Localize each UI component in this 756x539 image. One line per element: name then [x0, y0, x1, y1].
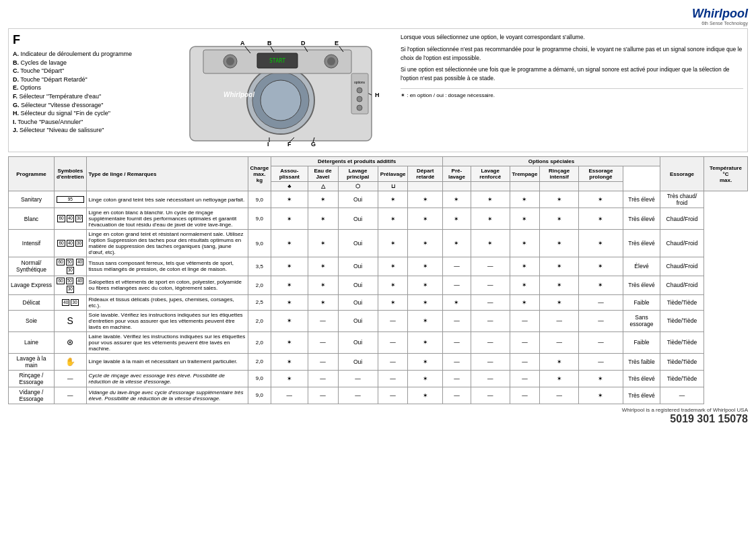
col-depart-retarde: Départ retardé [408, 166, 443, 182]
note-1: Lorsque vous sélectionnez une option, le… [401, 33, 743, 42]
cell-pre-lavage: — [443, 257, 471, 276]
cell-essorage: Très élevé [623, 230, 660, 257]
cell-rincage: ✶ [540, 208, 579, 230]
cell-lavage-renforce: — [471, 370, 510, 387]
cell-pre-lavage: ✶ [443, 230, 471, 257]
cell-depart: ✶ [408, 208, 443, 230]
cell-prelavage: ✶ [378, 276, 408, 294]
cell-programme: Vidange / Essorage [9, 387, 55, 404]
cell-lavage-renforce: — [471, 294, 510, 310]
cell-trempage: ✶ [510, 276, 540, 294]
svg-text:B: B [267, 40, 272, 46]
cell-lavage: Oui [338, 310, 378, 331]
cell-programme: Intensif [9, 230, 55, 257]
cell-lavage: Oui [338, 191, 378, 208]
cell-lavage-renforce: — [471, 276, 510, 294]
cell-trempage: ✶ [510, 208, 540, 230]
col-ri-icon [540, 182, 579, 191]
cell-essorage-p: ✶ [578, 230, 623, 257]
cell-lavage: Oui [338, 208, 378, 230]
table-row: Sanitary 95 Linge coton grand teint très… [9, 191, 748, 208]
cell-javel: — [308, 387, 338, 404]
table-row: Laine ⊛ Laine lavable. Vérifiez les inst… [9, 331, 748, 353]
cell-depart: ✶ [408, 387, 443, 404]
cell-javel: ✶ [308, 294, 338, 310]
cell-depart: ✶ [408, 310, 443, 331]
cell-temperature: — [660, 387, 704, 404]
cell-prelavage: ✶ [378, 257, 408, 276]
label-j: J. Sélecteur "Niveau de salissure" [13, 126, 161, 135]
cell-javel: — [308, 310, 338, 331]
col-symboles: Symboles d'entretien [55, 157, 87, 191]
col-charge: Chargemax.kg [248, 157, 271, 191]
table-row: Délicat 4030 Rideaux et tissus délicats … [9, 294, 748, 310]
col-assouplissant: Assou-plissant [271, 166, 308, 182]
cell-programme: Sanitary [9, 191, 55, 208]
cell-trempage: ✶ [510, 294, 540, 310]
table-body: Sanitary 95 Linge coton grand teint très… [9, 191, 748, 404]
svg-text:E: E [335, 40, 339, 46]
right-notes: Lorsque vous sélectionnez une option, le… [401, 33, 743, 148]
cell-temperature: Tiède/Tiède [660, 294, 704, 310]
cell-essorage: Sans essorage [623, 310, 660, 331]
cell-prelavage: — [378, 331, 408, 353]
cell-charge: 9,0 [248, 387, 271, 404]
cell-symbol: 95 [55, 191, 87, 208]
cell-programme: Lavage à la main [9, 353, 55, 370]
cell-charge: 3,5 [248, 257, 271, 276]
cell-assouplissant: ✶ [271, 257, 308, 276]
cell-assouplissant: ✶ [271, 230, 308, 257]
cell-type: Linge en coton grand teint et résistant … [86, 230, 248, 257]
cell-essorage: Très élevé [623, 191, 660, 208]
cell-prelavage: — [378, 387, 408, 404]
col-tr-icon [510, 182, 540, 191]
cell-type: Rideaux et tissus délicats (robes, jupes… [86, 294, 248, 310]
cell-assouplissant: ✶ [271, 370, 308, 387]
cell-essorage-p: ✶ [578, 370, 623, 387]
cell-javel: — [308, 331, 338, 353]
cell-javel: ✶ [308, 208, 338, 230]
cell-trempage: — [510, 310, 540, 331]
cell-pre-lavage: — [443, 387, 471, 404]
cell-assouplissant: ✶ [271, 208, 308, 230]
cell-type: Ligne en coton blanc à blanchir. Un cycl… [86, 208, 248, 230]
cell-type: Tissus sans composant ferreux, tels que … [86, 257, 248, 276]
cell-essorage: Très élevé [623, 370, 660, 387]
cell-prelavage: — [378, 353, 408, 370]
cell-lavage: Oui [338, 257, 378, 276]
cell-depart: ✶ [408, 294, 443, 310]
cell-rincage: — [540, 310, 579, 331]
cell-essorage: Faible [623, 294, 660, 310]
col-trempage: Trempage [510, 166, 540, 182]
cell-programme: Laine [9, 331, 55, 353]
cell-depart: ✶ [408, 276, 443, 294]
table-row: Lavage à la main ✋ Linge lavable à la ma… [9, 353, 748, 370]
cell-pre-lavage: ✶ [443, 191, 471, 208]
cell-prelavage: ✶ [378, 230, 408, 257]
label-g: G. Sélecteur "Vitesse d'essorage" [13, 101, 161, 110]
svg-text:START: START [269, 58, 285, 64]
cell-temperature: Chaud/Froid [660, 257, 704, 276]
cell-type: Laine lavable. Vérifiez les instructions… [86, 331, 248, 353]
cell-charge: 2,0 [248, 331, 271, 353]
cell-lavage: — [338, 370, 378, 387]
cell-essorage-p: — [578, 294, 623, 310]
cell-lavage: Oui [338, 230, 378, 257]
table-row: Blanc 604030 Ligne en coton blanc à blan… [9, 208, 748, 230]
cell-depart: ✶ [408, 230, 443, 257]
cell-essorage-p: — [578, 331, 623, 353]
cell-rincage: ✶ [540, 230, 579, 257]
cell-temperature: Chaud/Froid [660, 230, 704, 257]
svg-text:H: H [375, 92, 380, 98]
cell-temperature: Chaud/Froid [660, 276, 704, 294]
cell-symbol: 60504030 [55, 276, 87, 294]
cell-essorage-p: ✶ [578, 257, 623, 276]
cell-pre-lavage: — [443, 353, 471, 370]
col-assouplissant-icon: ♣ [271, 182, 308, 191]
doc-number: 5019 301 15078 [8, 413, 748, 425]
cell-pre-lavage: — [443, 331, 471, 353]
cell-pre-lavage: ✶ [443, 208, 471, 230]
cell-prelavage: ✶ [378, 191, 408, 208]
cell-depart: ✶ [408, 353, 443, 370]
footer: Whirlpool is a registered trademark of W… [8, 407, 748, 425]
